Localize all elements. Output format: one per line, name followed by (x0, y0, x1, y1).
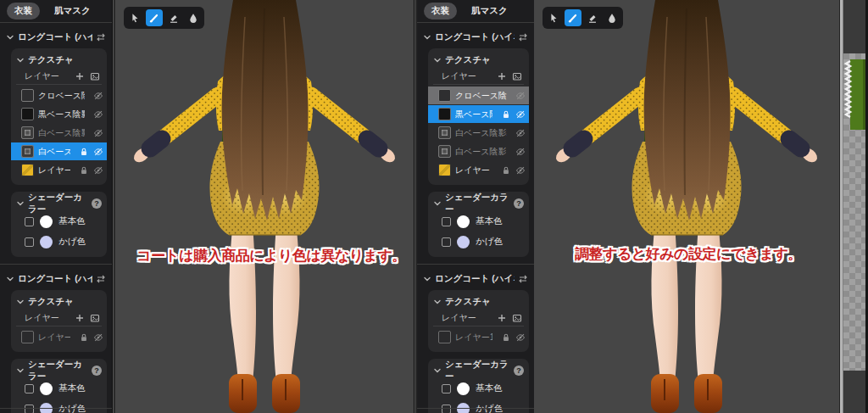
costume-item-header[interactable]: ロングコート (ハイネッ (417, 270, 534, 288)
layer-row[interactable]: レイヤー1 (11, 328, 107, 346)
shader-color-header[interactable]: シェーダーカラー? (16, 363, 102, 378)
layer-row[interactable]: 黒ベース陰影 (428, 105, 529, 123)
layer-row[interactable]: 白ベース陰影 (428, 142, 529, 160)
layer-row[interactable]: レイヤー (11, 161, 107, 179)
model-viewport-right[interactable]: 調整すると好みの設定にできます。 (534, 0, 839, 413)
color-checkbox[interactable] (25, 217, 34, 226)
layer-row[interactable]: クロベース陰影 2 (11, 87, 107, 104)
new-image-icon[interactable] (89, 312, 100, 323)
layer-thumbnail[interactable] (21, 331, 34, 343)
layer-thumbnail[interactable] (21, 164, 34, 176)
eye-off-icon[interactable] (93, 91, 103, 101)
tab-costume[interactable]: 衣装 (7, 3, 40, 20)
layer-thumbnail[interactable] (438, 331, 451, 343)
color-swatch[interactable] (40, 236, 53, 248)
color-checkbox[interactable] (25, 384, 34, 393)
plus-icon[interactable] (496, 312, 507, 323)
lock-icon[interactable] (501, 165, 511, 176)
lock-icon[interactable] (501, 332, 511, 343)
color-swatch[interactable] (457, 215, 470, 228)
color-checkbox[interactable] (25, 237, 34, 247)
swap-icon[interactable] (96, 274, 106, 284)
costume-item-header[interactable]: ロングコート (ハイネッ (0, 270, 112, 288)
blur-tool-button[interactable] (185, 9, 202, 26)
layer-thumbnail[interactable] (438, 164, 451, 176)
costume-item-header[interactable]: ロングコート (ハイネッ (0, 28, 112, 47)
color-checkbox[interactable] (442, 217, 451, 226)
help-icon[interactable]: ? (92, 366, 102, 376)
color-swatch[interactable] (40, 215, 53, 228)
layer-thumbnail[interactable] (438, 126, 451, 139)
new-image-icon[interactable] (511, 70, 522, 81)
eye-off-icon[interactable] (93, 165, 103, 176)
layer-row[interactable]: 黒ベース陰影 (11, 105, 107, 123)
eye-off-icon[interactable] (93, 332, 103, 343)
texture-canvas-panel[interactable] (839, 0, 865, 413)
brush-tool-button[interactable] (146, 9, 163, 26)
layer-row[interactable]: 白ベース陰影2 (11, 124, 107, 142)
lock-icon[interactable] (79, 332, 89, 343)
swap-icon[interactable] (96, 32, 106, 42)
select-tool-button[interactable] (545, 9, 562, 26)
shader-color-header[interactable]: シェーダーカラー? (433, 363, 524, 378)
eye-off-icon[interactable] (515, 128, 526, 138)
layer-row[interactable]: 白ベース陰影2 (428, 124, 529, 142)
texture-header[interactable]: テクスチャ (16, 53, 102, 68)
layer-row[interactable]: レイヤー1 (428, 328, 529, 346)
layer-thumbnail[interactable] (438, 145, 451, 158)
eye-off-icon[interactable] (93, 147, 103, 157)
layer-thumbnail[interactable] (438, 108, 451, 120)
eye-off-icon[interactable] (515, 109, 526, 120)
eraser-tool-button[interactable] (584, 9, 601, 26)
shader-color-header[interactable]: シェーダーカラー? (16, 196, 102, 211)
eye-off-icon[interactable] (515, 165, 526, 176)
color-swatch[interactable] (457, 236, 470, 248)
plus-icon[interactable] (496, 70, 507, 81)
layer-thumbnail[interactable] (21, 89, 34, 102)
help-icon[interactable]: ? (514, 366, 524, 376)
layer-name: 黒ベース陰影 (38, 109, 85, 120)
texture-header[interactable]: テクスチャ (433, 53, 524, 68)
brush-tool-button[interactable] (565, 9, 581, 26)
help-icon[interactable]: ? (514, 198, 524, 209)
lock-icon[interactable] (79, 147, 89, 157)
plus-icon[interactable] (74, 70, 85, 81)
texture-header[interactable]: テクスチャ (16, 294, 102, 310)
color-swatch[interactable] (40, 382, 53, 395)
color-swatch[interactable] (457, 382, 470, 395)
color-checkbox[interactable] (442, 384, 451, 393)
layer-thumbnail[interactable] (21, 108, 34, 120)
eye-off-icon[interactable] (93, 128, 103, 138)
layer-thumbnail[interactable] (21, 126, 34, 139)
swap-icon[interactable] (518, 274, 528, 284)
layer-thumbnail[interactable] (438, 89, 451, 102)
tab-skin-mask[interactable]: 肌マスク (464, 3, 515, 20)
eye-off-icon[interactable] (515, 91, 526, 101)
lock-icon[interactable] (501, 109, 511, 120)
plus-icon[interactable] (74, 312, 85, 323)
eye-off-icon[interactable] (93, 109, 103, 120)
layer-row[interactable]: クロベース陰影 2 (428, 87, 529, 104)
lock-icon[interactable] (79, 165, 89, 176)
new-image-icon[interactable] (511, 312, 522, 323)
eye-off-icon[interactable] (515, 332, 526, 343)
eye-off-icon[interactable] (515, 147, 526, 157)
shader-color-header[interactable]: シェーダーカラー? (433, 196, 524, 211)
eraser-tool-button[interactable] (165, 9, 182, 26)
color-checkbox[interactable] (442, 237, 451, 247)
select-tool-button[interactable] (126, 9, 143, 26)
new-image-icon[interactable] (89, 70, 100, 81)
tab-skin-mask[interactable]: 肌マスク (47, 3, 98, 20)
help-icon[interactable]: ? (92, 198, 102, 209)
layer-thumbnail[interactable] (21, 145, 34, 158)
tab-costume[interactable]: 衣装 (424, 3, 457, 20)
texture-header[interactable]: テクスチャ (433, 294, 524, 310)
layer-row[interactable]: レイヤー (428, 161, 529, 179)
blur-tool-button[interactable] (604, 9, 620, 26)
swap-icon[interactable] (518, 32, 528, 42)
costume-item-header[interactable]: ロングコート (ハイネッ (417, 28, 534, 47)
character-model-back-view[interactable] (115, 0, 414, 413)
model-viewport-left[interactable]: コートは購入商品により色は異なります。 (115, 0, 414, 413)
layer-row[interactable]: 白ベース陰影 (11, 142, 107, 160)
character-model-back-view[interactable] (534, 0, 839, 413)
